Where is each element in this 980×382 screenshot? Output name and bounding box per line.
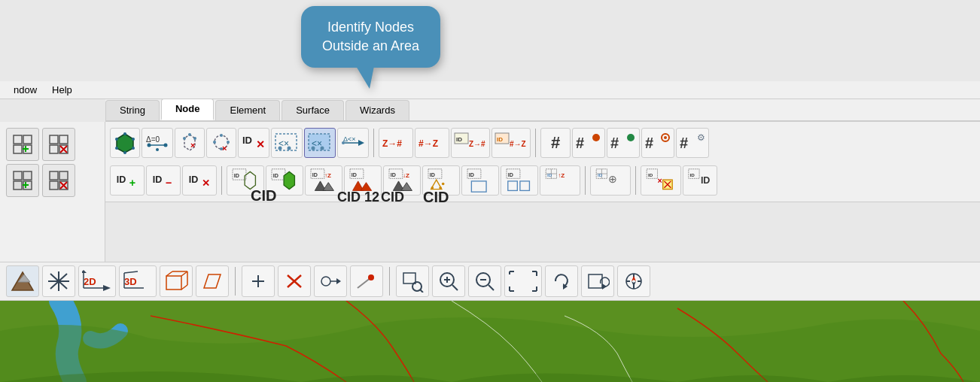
id-tri-dot-btn[interactable]: ID bbox=[422, 165, 460, 196]
add-node-btn[interactable] bbox=[242, 265, 275, 297]
svg-marker-103 bbox=[401, 183, 412, 191]
svg-text:ID: ID bbox=[153, 174, 163, 185]
svg-text:⊕: ⊕ bbox=[608, 173, 617, 185]
delete-node-btn[interactable] bbox=[278, 265, 311, 297]
svg-text:↑Z: ↑Z bbox=[324, 172, 331, 179]
svg-point-70 bbox=[592, 134, 600, 141]
id-down-z-btn[interactable]: ID ↓Z bbox=[383, 165, 421, 196]
left-sidebar bbox=[0, 122, 105, 272]
menu-help[interactable]: Help bbox=[44, 83, 80, 97]
svg-text:−: − bbox=[166, 177, 172, 189]
id-sq-single-btn[interactable]: ID bbox=[461, 165, 499, 196]
id-grid-up-btn[interactable]: ID ↑Z bbox=[540, 165, 580, 196]
z-to-hash-btn[interactable]: Z→# bbox=[379, 128, 413, 158]
tab-string[interactable]: String bbox=[105, 100, 160, 120]
tab-node[interactable]: Node bbox=[161, 99, 215, 120]
id-poly-outline-btn[interactable]: ID bbox=[227, 165, 264, 196]
id-x-btn[interactable]: ID ✕ bbox=[182, 165, 217, 196]
lt-x-node2-btn[interactable]: <× bbox=[304, 128, 336, 158]
svg-point-30 bbox=[115, 138, 118, 141]
draw-btn[interactable] bbox=[350, 265, 383, 297]
svg-marker-164 bbox=[336, 278, 341, 284]
hash-filled-btn[interactable]: # bbox=[607, 128, 640, 158]
hash-to-z-btn[interactable]: #→Z bbox=[415, 128, 449, 158]
3d-btn[interactable]: 3D bbox=[119, 265, 157, 297]
svg-text:Δ=0: Δ=0 bbox=[146, 135, 160, 144]
zoom-out-btn[interactable] bbox=[468, 265, 501, 297]
circle-dots-x-btn[interactable]: × bbox=[206, 128, 236, 158]
grid2-x-btn[interactable] bbox=[42, 164, 75, 197]
tabbar: String Node Element Surface Wizards bbox=[105, 99, 980, 122]
zoom-window-btn[interactable] bbox=[396, 265, 429, 297]
svg-point-51 bbox=[278, 147, 282, 150]
hash-z-id-btn[interactable]: ID #→Z bbox=[492, 128, 531, 158]
svg-text:Z→#: Z→# bbox=[382, 138, 402, 149]
compass-btn[interactable] bbox=[617, 265, 650, 297]
cross-id-btn[interactable]: ID ⊕ bbox=[590, 165, 631, 196]
sep-row2-1 bbox=[221, 166, 222, 195]
svg-text:#: # bbox=[680, 135, 688, 151]
hash-gear-btn[interactable]: # ⚙ bbox=[676, 128, 709, 158]
refresh-btn[interactable] bbox=[545, 265, 578, 297]
svg-point-39 bbox=[183, 137, 186, 140]
lt-x-arrow-btn[interactable]: Δ<× bbox=[337, 128, 369, 158]
svg-text:ID: ID bbox=[469, 172, 474, 178]
svg-marker-187 bbox=[602, 283, 607, 290]
lt-x-node1-btn[interactable]: <× bbox=[271, 128, 303, 158]
2d-btn[interactable]: 2D bbox=[78, 265, 116, 297]
svg-text:Z→#: Z→# bbox=[469, 140, 485, 148]
svg-rect-6 bbox=[50, 135, 58, 144]
svg-text:ID: ID bbox=[598, 172, 603, 177]
id-plain-btn[interactable]: ID ID bbox=[683, 165, 717, 196]
svg-text:ID: ID bbox=[391, 172, 396, 178]
crosshair-btn[interactable] bbox=[42, 265, 75, 297]
svg-text:ID: ID bbox=[497, 136, 503, 143]
zoom-fit-btn[interactable] bbox=[504, 265, 542, 297]
svg-rect-116 bbox=[520, 181, 530, 191]
move-node-btn[interactable] bbox=[314, 265, 347, 297]
id-add-btn[interactable]: ID + bbox=[110, 165, 145, 196]
svg-rect-7 bbox=[59, 135, 68, 144]
hash-dot-btn[interactable]: # bbox=[572, 128, 605, 158]
grid2-add-btn[interactable] bbox=[6, 164, 39, 197]
parallelogram-btn[interactable] bbox=[196, 265, 229, 297]
tab-wizards[interactable]: Wizards bbox=[345, 100, 409, 120]
toolbar-row-2: ID + ID − ID ✕ ID bbox=[110, 162, 975, 199]
id-x-red-btn[interactable]: ID ✕ bbox=[238, 128, 269, 158]
svg-text:ID: ID bbox=[189, 174, 199, 185]
svg-text:✕: ✕ bbox=[256, 138, 265, 150]
id-minus-btn[interactable]: ID − bbox=[146, 165, 181, 196]
hash-ring-btn[interactable]: # bbox=[641, 128, 674, 158]
sidebar-row-2 bbox=[6, 164, 99, 197]
zoom-area-btn[interactable] bbox=[581, 265, 614, 297]
svg-text:ID: ID bbox=[508, 172, 513, 178]
delta-zero-btn[interactable]: Δ=0 bbox=[142, 128, 173, 158]
3d-box-btn[interactable] bbox=[160, 265, 193, 297]
hash-large-btn[interactable]: # bbox=[540, 128, 571, 158]
sidebar-row-1 bbox=[6, 128, 99, 161]
z-hash-id-btn[interactable]: ID Z→# bbox=[451, 128, 490, 158]
terrain-btn[interactable] bbox=[6, 265, 39, 297]
id-mountains-btn[interactable]: ID bbox=[344, 165, 382, 196]
svg-text:⚙: ⚙ bbox=[697, 132, 705, 143]
id-sq-double-btn[interactable]: ID bbox=[501, 165, 538, 196]
svg-marker-89 bbox=[284, 171, 294, 189]
svg-rect-2 bbox=[14, 145, 22, 153]
node-dots-x-btn[interactable]: × bbox=[175, 128, 205, 158]
svg-marker-146 bbox=[82, 270, 87, 273]
svg-rect-13 bbox=[23, 171, 32, 180]
tab-surface[interactable]: Surface bbox=[282, 100, 344, 120]
id-up-z-btn[interactable]: ID ↑Z bbox=[305, 165, 342, 196]
grid-add-btn[interactable] bbox=[6, 128, 39, 161]
grid-x-btn[interactable] bbox=[42, 128, 75, 161]
svg-point-37 bbox=[188, 133, 191, 136]
x-id-x-btn[interactable]: ID × bbox=[641, 165, 681, 196]
svg-point-162 bbox=[321, 277, 330, 286]
polygon-node-btn[interactable] bbox=[110, 128, 140, 158]
id-poly-green-btn[interactable]: ID bbox=[266, 165, 303, 196]
svg-text:↑Z: ↑Z bbox=[558, 172, 565, 179]
zoom-in-btn[interactable] bbox=[432, 265, 465, 297]
svg-rect-151 bbox=[166, 276, 181, 290]
tab-element[interactable]: Element bbox=[215, 100, 280, 120]
menu-window[interactable]: ndow bbox=[6, 83, 44, 97]
